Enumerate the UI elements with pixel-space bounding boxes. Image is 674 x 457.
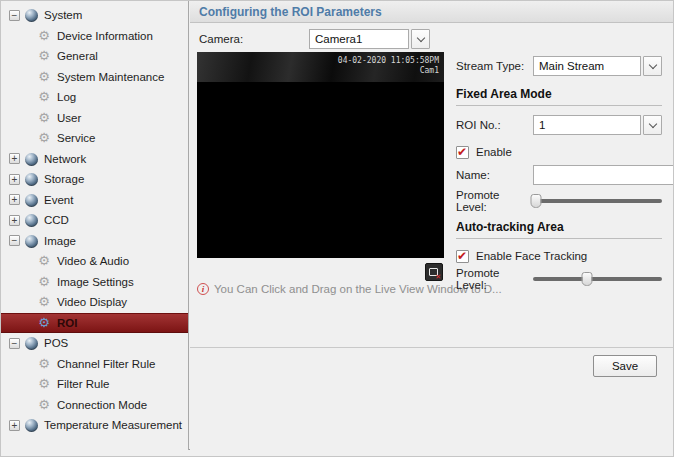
gear-icon: [37, 131, 51, 145]
tree-item[interactable]: User: [1, 108, 188, 129]
expand-toggle-icon[interactable]: −: [9, 338, 20, 349]
slider-handle[interactable]: [530, 194, 541, 208]
camera-label: Camera:: [199, 33, 309, 45]
camera-select[interactable]: Camera1: [309, 29, 430, 49]
roi-no-arrow-button[interactable]: [643, 115, 662, 135]
settings-tree: − System Device Information General Syst…: [1, 1, 189, 450]
tree-item[interactable]: + Temperature Measurement: [1, 415, 188, 436]
tree-item[interactable]: Service: [1, 128, 188, 149]
expand-toggle-icon[interactable]: +: [9, 420, 20, 431]
roi-no-label: ROI No.:: [456, 119, 533, 131]
tree-item-label: System: [44, 9, 82, 21]
promote-level-row: Promote Level:: [456, 193, 662, 209]
live-view-window[interactable]: 04-02-2020 11:05:58PM Cam1: [197, 52, 444, 258]
section-divider: [456, 238, 662, 239]
name-label: Name:: [456, 169, 533, 181]
tree-item[interactable]: + Network: [1, 149, 188, 170]
gear-icon: [37, 90, 51, 104]
expand-toggle-icon[interactable]: +: [9, 174, 20, 185]
expand-toggle-icon[interactable]: +: [9, 153, 20, 164]
roi-no-row: ROI No.: 1: [456, 115, 662, 135]
tree-item-label: CCD: [44, 214, 69, 226]
tree-item-label: Filter Rule: [57, 378, 109, 390]
tree-item-label: User: [57, 112, 81, 124]
stream-type-value[interactable]: Main Stream: [533, 56, 641, 76]
tree-item[interactable]: Video Display: [1, 292, 188, 313]
tree-item-label: Video Display: [57, 296, 127, 308]
gear-icon: [37, 275, 51, 289]
enable-label: Enable: [476, 146, 512, 158]
gear-icon: [37, 49, 51, 63]
device-category-icon: [25, 419, 38, 432]
promote-level-label: Promote Level:: [456, 189, 533, 213]
stream-type-row: Stream Type: Main Stream: [456, 56, 662, 76]
roi-controls: Stream Type: Main Stream Fixed Area Mode…: [456, 56, 662, 287]
enable-checkbox[interactable]: [456, 146, 469, 159]
device-category-icon: [25, 173, 38, 186]
promote-level-slider[interactable]: [533, 193, 662, 209]
gear-icon: [37, 254, 51, 268]
tree-item-label: POS: [44, 337, 68, 349]
info-icon: i: [197, 283, 209, 295]
tree-item-label: General: [57, 50, 98, 62]
tree-item[interactable]: Device Information: [1, 26, 188, 47]
tree-item[interactable]: Video & Audio: [1, 251, 188, 272]
stream-type-arrow-button[interactable]: [643, 56, 662, 76]
device-category-icon: [25, 337, 38, 350]
tree-item[interactable]: − System: [1, 5, 188, 26]
stop-live-view-button[interactable]: ✕: [425, 263, 443, 281]
name-input[interactable]: [533, 165, 674, 185]
tree-item[interactable]: − POS: [1, 333, 188, 354]
fixed-area-mode-heading: Fixed Area Mode: [456, 87, 662, 101]
tree-item[interactable]: + CCD: [1, 210, 188, 231]
roi-no-value[interactable]: 1: [533, 115, 641, 135]
gear-icon: [37, 111, 51, 125]
gear-icon: [37, 70, 51, 84]
tree-item-label: Log: [57, 91, 76, 103]
expand-toggle-icon[interactable]: −: [9, 235, 20, 246]
tree-item-label: ROI: [57, 317, 77, 329]
tree-item[interactable]: General: [1, 46, 188, 67]
name-row: Name:: [456, 165, 662, 185]
panel-header: Configuring the ROI Parameters: [190, 1, 673, 23]
face-tracking-checkbox[interactable]: [456, 250, 469, 263]
expand-toggle-icon[interactable]: +: [9, 194, 20, 205]
tree-item[interactable]: Channel Filter Rule: [1, 354, 188, 375]
tree-item-label: Service: [57, 132, 95, 144]
page-title: Configuring the ROI Parameters: [199, 5, 382, 19]
chevron-down-icon: [648, 60, 656, 68]
expand-toggle-icon[interactable]: −: [9, 10, 20, 21]
tracking-promote-label: Promote Level:: [456, 267, 533, 291]
tree-item[interactable]: + Storage: [1, 169, 188, 190]
tree-item[interactable]: System Maintenance: [1, 67, 188, 88]
tree-item[interactable]: Filter Rule: [1, 374, 188, 395]
roi-no-select[interactable]: 1: [533, 115, 662, 135]
footer-divider: [190, 347, 673, 348]
camera-select-arrow-button[interactable]: [411, 29, 430, 49]
osd-camera-name: Cam1: [338, 66, 439, 76]
tree-item[interactable]: + Event: [1, 190, 188, 211]
slider-track: [533, 199, 662, 203]
tracking-promote-slider[interactable]: [533, 271, 662, 287]
tree-item[interactable]: − Image: [1, 231, 188, 252]
save-button[interactable]: Save: [593, 355, 657, 377]
tree-item[interactable]: Connection Mode: [1, 395, 188, 416]
expand-toggle-icon[interactable]: +: [9, 215, 20, 226]
chevron-down-icon: [416, 33, 424, 41]
tree-item-label: Image: [44, 235, 76, 247]
video-osd: 04-02-2020 11:05:58PM Cam1: [338, 56, 439, 76]
app-content: − System Device Information General Syst…: [1, 1, 673, 450]
section-divider: [456, 105, 662, 106]
chevron-down-icon: [648, 119, 656, 127]
tree-item-label: Network: [44, 153, 86, 165]
tree-item[interactable]: Image Settings: [1, 272, 188, 293]
tree-item[interactable]: ROI: [1, 313, 188, 334]
osd-datetime: 04-02-2020 11:05:58PM: [338, 56, 439, 66]
camera-select-value[interactable]: Camera1: [309, 29, 409, 49]
gear-icon: [37, 357, 51, 371]
tree-item-label: Temperature Measurement: [44, 419, 182, 431]
device-category-icon: [25, 235, 38, 248]
stream-type-select[interactable]: Main Stream: [533, 56, 662, 76]
tree-item[interactable]: Log: [1, 87, 188, 108]
slider-handle[interactable]: [582, 272, 593, 286]
